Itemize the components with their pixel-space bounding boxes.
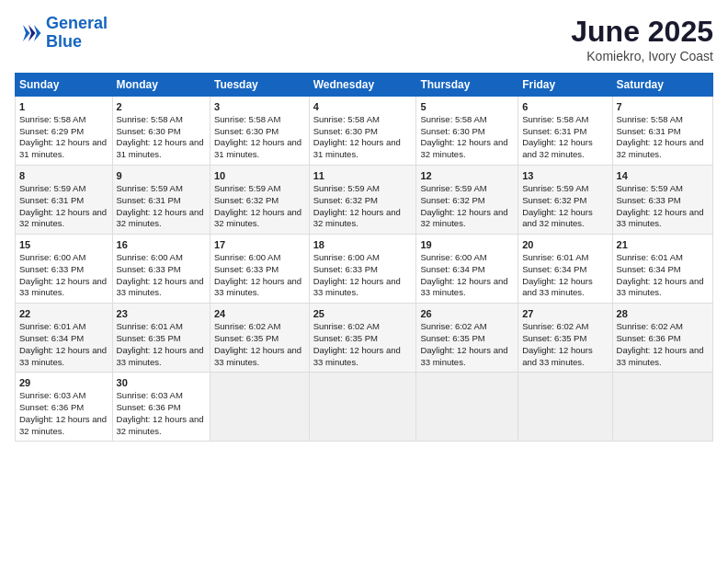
calendar-cell: 18Sunrise: 6:00 AMSunset: 6:33 PMDayligh…: [309, 235, 416, 304]
week-row-2: 8Sunrise: 5:59 AMSunset: 6:31 PMDaylight…: [16, 166, 713, 235]
calendar-cell: 22Sunrise: 6:01 AMSunset: 6:34 PMDayligh…: [16, 304, 113, 373]
calendar-cell: 3Sunrise: 5:58 AMSunset: 6:30 PMDaylight…: [210, 97, 310, 166]
calendar-cell: [612, 373, 712, 442]
week-row-3: 15Sunrise: 6:00 AMSunset: 6:33 PMDayligh…: [16, 235, 713, 304]
calendar-cell: 11Sunrise: 5:59 AMSunset: 6:32 PMDayligh…: [309, 166, 416, 235]
calendar-table: Sunday Monday Tuesday Wednesday Thursday…: [15, 73, 713, 442]
calendar-cell: 7Sunrise: 5:58 AMSunset: 6:31 PMDaylight…: [612, 97, 712, 166]
calendar-cell: 2Sunrise: 5:58 AMSunset: 6:30 PMDaylight…: [112, 97, 210, 166]
calendar-cell: [416, 373, 518, 442]
calendar-cell: 29Sunrise: 6:03 AMSunset: 6:36 PMDayligh…: [16, 373, 113, 442]
col-tuesday: Tuesday: [210, 74, 310, 97]
calendar-cell: 15Sunrise: 6:00 AMSunset: 6:33 PMDayligh…: [16, 235, 113, 304]
col-saturday: Saturday: [612, 74, 712, 97]
subtitle: Komiekro, Ivory Coast: [571, 49, 713, 63]
week-row-4: 22Sunrise: 6:01 AMSunset: 6:34 PMDayligh…: [16, 304, 713, 373]
calendar-cell: 23Sunrise: 6:01 AMSunset: 6:35 PMDayligh…: [112, 304, 210, 373]
calendar-cell: 26Sunrise: 6:02 AMSunset: 6:35 PMDayligh…: [416, 304, 518, 373]
calendar-cell: 10Sunrise: 5:59 AMSunset: 6:32 PMDayligh…: [210, 166, 310, 235]
calendar-cell: 6Sunrise: 5:58 AMSunset: 6:31 PMDaylight…: [518, 97, 612, 166]
calendar-cell: 14Sunrise: 5:59 AMSunset: 6:33 PMDayligh…: [612, 166, 712, 235]
col-wednesday: Wednesday: [309, 74, 416, 97]
calendar-cell: 8Sunrise: 5:59 AMSunset: 6:31 PMDaylight…: [16, 166, 113, 235]
calendar-cell: 20Sunrise: 6:01 AMSunset: 6:34 PMDayligh…: [518, 235, 612, 304]
calendar-cell: [309, 373, 416, 442]
calendar-cell: 9Sunrise: 5:59 AMSunset: 6:31 PMDaylight…: [112, 166, 210, 235]
calendar-cell: 28Sunrise: 6:02 AMSunset: 6:36 PMDayligh…: [612, 304, 712, 373]
calendar-cell: 21Sunrise: 6:01 AMSunset: 6:34 PMDayligh…: [612, 235, 712, 304]
page: General Blue June 2025 Komiekro, Ivory C…: [0, 0, 728, 563]
week-row-1: 1Sunrise: 5:58 AMSunset: 6:29 PMDaylight…: [16, 97, 713, 166]
header-row: Sunday Monday Tuesday Wednesday Thursday…: [16, 74, 713, 97]
calendar-cell: [210, 373, 310, 442]
col-monday: Monday: [112, 74, 210, 97]
logo-text: General Blue: [46, 15, 108, 52]
calendar-cell: 24Sunrise: 6:02 AMSunset: 6:35 PMDayligh…: [210, 304, 310, 373]
logo: General Blue: [15, 15, 108, 52]
logo-icon: [15, 19, 42, 47]
calendar-cell: 5Sunrise: 5:58 AMSunset: 6:30 PMDaylight…: [416, 97, 518, 166]
calendar-cell: 1Sunrise: 5:58 AMSunset: 6:29 PMDaylight…: [16, 97, 113, 166]
title-block: June 2025 Komiekro, Ivory Coast: [571, 15, 713, 63]
calendar-cell: 4Sunrise: 5:58 AMSunset: 6:30 PMDaylight…: [309, 97, 416, 166]
calendar-cell: 12Sunrise: 5:59 AMSunset: 6:32 PMDayligh…: [416, 166, 518, 235]
calendar-cell: 30Sunrise: 6:03 AMSunset: 6:36 PMDayligh…: [112, 373, 210, 442]
week-row-5: 29Sunrise: 6:03 AMSunset: 6:36 PMDayligh…: [16, 373, 713, 442]
header: General Blue June 2025 Komiekro, Ivory C…: [15, 15, 713, 63]
calendar-cell: [518, 373, 612, 442]
calendar-cell: 16Sunrise: 6:00 AMSunset: 6:33 PMDayligh…: [112, 235, 210, 304]
col-friday: Friday: [518, 74, 612, 97]
calendar-cell: 27Sunrise: 6:02 AMSunset: 6:35 PMDayligh…: [518, 304, 612, 373]
calendar-cell: 19Sunrise: 6:00 AMSunset: 6:34 PMDayligh…: [416, 235, 518, 304]
col-sunday: Sunday: [16, 74, 113, 97]
calendar-cell: 17Sunrise: 6:00 AMSunset: 6:33 PMDayligh…: [210, 235, 310, 304]
col-thursday: Thursday: [416, 74, 518, 97]
main-title: June 2025: [571, 15, 713, 49]
calendar-cell: 13Sunrise: 5:59 AMSunset: 6:32 PMDayligh…: [518, 166, 612, 235]
calendar-cell: 25Sunrise: 6:02 AMSunset: 6:35 PMDayligh…: [309, 304, 416, 373]
